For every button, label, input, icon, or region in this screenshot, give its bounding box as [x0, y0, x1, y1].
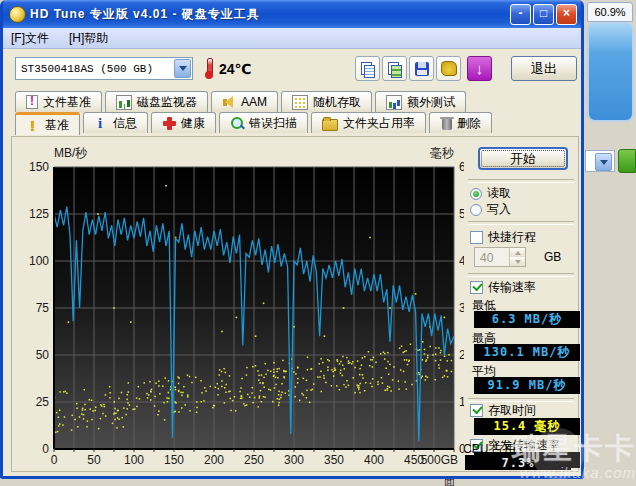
- tab-health[interactable]: 健康: [151, 112, 216, 133]
- transfer-rate-checkbox[interactable]: 传输速率: [470, 279, 536, 296]
- tab-random-access[interactable]: 随机存取: [281, 91, 372, 112]
- tab-label: 健康: [181, 115, 205, 132]
- separator: [468, 179, 574, 183]
- x-axis-tick: 0: [51, 453, 58, 467]
- background-percent: 60.9%: [587, 2, 633, 22]
- short-stroke-label: 快捷行程: [488, 229, 536, 246]
- x-axis-tick: 300: [284, 453, 304, 467]
- tab-extra-tests[interactable]: 额外测试: [375, 91, 466, 112]
- short-stroke-checkbox[interactable]: 快捷行程: [470, 229, 536, 246]
- short-stroke-spinner[interactable]: 40: [474, 247, 526, 267]
- tab-row-1: 文件基准磁盘监视器AAM随机存取额外测试: [15, 91, 469, 112]
- left-axis-tick: 50: [36, 348, 50, 362]
- tab-file-benchmark[interactable]: 文件基准: [15, 91, 102, 112]
- tab-label: 删除: [457, 115, 481, 132]
- x-axis-tick: 200: [204, 453, 224, 467]
- left-axis-tick: 75: [36, 301, 50, 315]
- drive-temperature: 24℃: [219, 61, 252, 77]
- access-time-label: 存取时间: [488, 402, 536, 419]
- tabs: 文件基准磁盘监视器AAM随机存取额外测试 基准信息健康错误扫描文件夹占用率删除: [3, 89, 581, 135]
- window-title: HD Tune 专业版 v4.01 - 硬盘专业工具: [30, 6, 508, 23]
- save-button[interactable]: [409, 56, 434, 81]
- error-scan-icon: [230, 117, 244, 130]
- close-button[interactable]: ×: [556, 4, 577, 25]
- left-axis-tick: 0: [42, 442, 49, 456]
- start-button[interactable]: 开始: [478, 147, 568, 170]
- tab-disk-monitor[interactable]: 磁盘监视器: [105, 91, 208, 112]
- background-gauge: [587, 22, 634, 122]
- tab-label: 信息: [113, 115, 137, 132]
- thermometer-icon: [205, 58, 213, 79]
- maximize-button[interactable]: □: [533, 4, 554, 25]
- read-radio[interactable]: 读取: [470, 185, 511, 202]
- spinner-arrows-icon[interactable]: [509, 248, 525, 266]
- avg-value-display: 91.9 MB/秒: [474, 377, 580, 394]
- separator: [468, 273, 574, 277]
- tab-label: 文件基准: [43, 94, 91, 111]
- radio-icon: [470, 188, 482, 200]
- short-stroke-value: 40: [475, 248, 509, 266]
- right-axis-unit: 毫秒: [430, 146, 454, 160]
- file-benchmark-icon: [26, 95, 38, 109]
- tab-benchmark[interactable]: 基准: [15, 112, 80, 135]
- left-axis-tick: 125: [29, 207, 49, 221]
- x-axis-tick: 250: [244, 453, 264, 467]
- tab-folder-usage[interactable]: 文件夹占用率: [311, 112, 426, 133]
- access-time-checkbox[interactable]: 存取时间: [470, 402, 536, 419]
- background-green-button[interactable]: [618, 149, 636, 173]
- tab-label: 基准: [45, 117, 69, 134]
- chevron-down-icon[interactable]: [174, 59, 191, 78]
- down-arrow-icon: ↓: [476, 61, 484, 76]
- hdtune-window: HD Tune 专业版 v4.01 - 硬盘专业工具 - □ × [F]文件 […: [0, 0, 584, 479]
- copy-text-button[interactable]: [355, 56, 380, 81]
- checkbox-icon: [470, 404, 483, 417]
- exit-button[interactable]: 退出: [511, 56, 577, 81]
- max-value-display: 130.1 MB/秒: [474, 344, 580, 361]
- tab-aam[interactable]: AAM: [211, 91, 278, 112]
- left-axis-tick: 150: [29, 160, 49, 174]
- write-radio[interactable]: 写入: [470, 201, 511, 218]
- left-axis-tick: 25: [36, 395, 50, 409]
- random-access-icon: [292, 95, 308, 110]
- drive-select-value: ST3500418AS (500 GB): [16, 63, 173, 75]
- tab-delete[interactable]: 删除: [429, 112, 492, 133]
- menu-file[interactable]: [F]文件: [9, 29, 51, 48]
- minimize-button[interactable]: -: [510, 4, 531, 25]
- gb-unit-label: GB: [544, 250, 561, 264]
- control-panel: 开始 读取 写入 快捷行程 40: [464, 137, 578, 473]
- x-axis-tick: 50: [87, 453, 101, 467]
- tab-label: 随机存取: [313, 94, 361, 111]
- background-combobox[interactable]: [585, 150, 615, 172]
- benchmark-page: MB/秒毫秒0255075100125150010203040506005010…: [11, 136, 579, 472]
- tab-info[interactable]: 信息: [83, 112, 148, 133]
- tab-label: 文件夹占用率: [343, 115, 415, 132]
- x-axis-tick: 150: [164, 453, 184, 467]
- tab-error-scan[interactable]: 错误扫描: [219, 112, 308, 133]
- health-icon: [162, 117, 176, 130]
- save-icon: [415, 62, 429, 76]
- x-axis-tick: 500GB: [421, 453, 458, 467]
- desktop: 60.9% 面 HD Tune 专业版 v4.01 - 硬盘专业工具 - □ ×…: [0, 0, 636, 486]
- left-axis-tick: 100: [29, 254, 49, 268]
- toolbar-buttons: ↓: [355, 56, 494, 81]
- checkbox-icon: [470, 281, 483, 294]
- benchmark-chart: MB/秒毫秒0255075100125150010203040506005010…: [16, 143, 464, 469]
- menu-help[interactable]: [H]帮助: [67, 29, 110, 48]
- info-icon: [94, 117, 108, 130]
- download-button[interactable]: ↓: [467, 56, 492, 81]
- tab-label: 磁盘监视器: [137, 94, 197, 111]
- chevron-down-icon[interactable]: [595, 153, 612, 171]
- tab-row-2: 基准信息健康错误扫描文件夹占用率删除: [15, 112, 495, 135]
- tab-label: 额外测试: [407, 94, 455, 111]
- menubar: [F]文件 [H]帮助: [3, 28, 581, 49]
- drive-select[interactable]: ST3500418AS (500 GB): [15, 57, 193, 80]
- left-axis-unit: MB/秒: [54, 146, 87, 160]
- options-button[interactable]: [436, 56, 461, 81]
- benchmark-icon: [26, 119, 40, 132]
- chart-svg: MB/秒毫秒0255075100125150010203040506005010…: [16, 143, 464, 469]
- titlebar[interactable]: HD Tune 专业版 v4.01 - 硬盘专业工具 - □ ×: [3, 0, 581, 28]
- radio-icon: [470, 204, 482, 216]
- separator: [468, 221, 574, 225]
- copy-image-button[interactable]: [382, 56, 407, 81]
- x-axis-tick: 350: [324, 453, 344, 467]
